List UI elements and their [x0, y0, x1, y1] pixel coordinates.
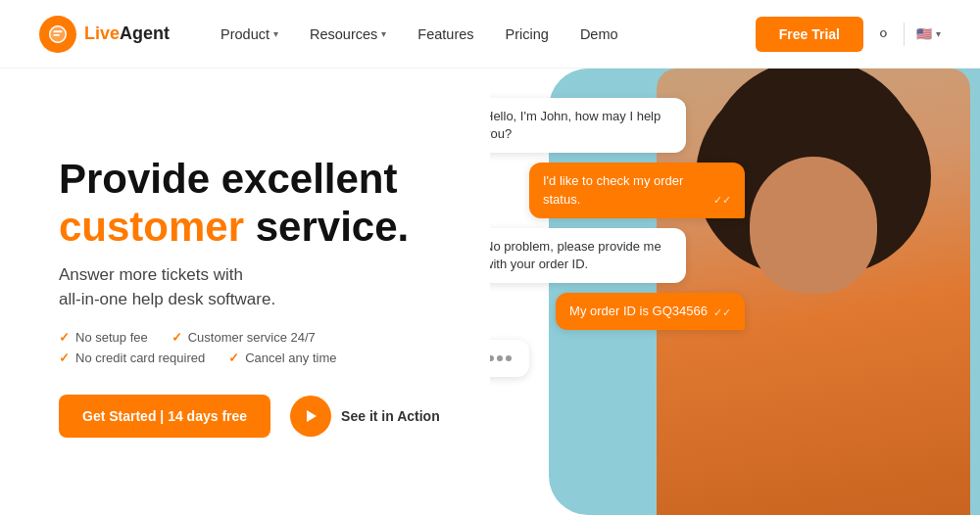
- bubble-text: Hello, I'm John, how may I help you?: [490, 98, 686, 153]
- language-selector[interactable]: 🇺🇸 ▾: [916, 26, 941, 41]
- typing-indicator: [490, 340, 529, 377]
- nav-divider: [904, 23, 905, 46]
- hero-left: Provide excellent customer service. Answ…: [0, 69, 490, 515]
- feature-no-setup: ✓ No setup fee: [59, 330, 148, 345]
- see-action-button[interactable]: See it in Action: [290, 396, 440, 437]
- hero-headline: Provide excellent customer service.: [59, 156, 451, 251]
- hero-right: Hello, I'm John, how may I help you? I'd…: [490, 69, 980, 515]
- chat-message-3: No problem, please provide me with your …: [490, 228, 745, 283]
- user-icon[interactable]: ⚬: [875, 23, 892, 46]
- svg-marker-2: [307, 410, 317, 422]
- bubble-text-orange-2: My order ID is GQ34566 ✓✓: [556, 293, 745, 330]
- read-check-icon: ✓✓: [713, 193, 731, 208]
- flag-icon: 🇺🇸: [916, 26, 932, 41]
- chat-message-1: Hello, I'm John, how may I help you?: [490, 98, 745, 153]
- hero-subheadline: Answer more tickets withall-in-one help …: [59, 262, 451, 312]
- chat-message-4: My order ID is GQ34566 ✓✓: [490, 293, 745, 330]
- bubble-text-orange: I'd like to check my order status. ✓✓: [529, 163, 745, 217]
- logo-icon: [39, 16, 76, 53]
- cta-row: Get Started | 14 days free See it in Act…: [59, 395, 451, 438]
- bubble-text-2: No problem, please provide me with your …: [490, 228, 686, 283]
- main-nav: Product ▾ Resources ▾ Features Pricing D…: [209, 19, 756, 50]
- nav-demo[interactable]: Demo: [568, 19, 630, 50]
- see-action-label: See it in Action: [341, 408, 440, 424]
- get-started-button[interactable]: Get Started | 14 days free: [59, 395, 270, 438]
- typing-dots: [490, 351, 514, 365]
- chat-typing: [490, 340, 745, 377]
- logo-text: LiveAgent: [84, 23, 170, 44]
- nav-product[interactable]: Product ▾: [209, 19, 290, 50]
- feature-list: ✓ No setup fee ✓ Customer service 24/7 ✓…: [59, 330, 451, 371]
- chevron-down-icon: ▾: [381, 28, 386, 39]
- chevron-down-icon: ▾: [936, 28, 941, 39]
- nav-resources[interactable]: Resources ▾: [298, 19, 398, 50]
- chat-overlay: Hello, I'm John, how may I help you? I'd…: [490, 98, 745, 377]
- chevron-down-icon: ▾: [273, 28, 278, 39]
- play-icon: [290, 396, 331, 437]
- nav-pricing[interactable]: Pricing: [494, 19, 561, 50]
- read-check-icon-2: ✓✓: [713, 305, 731, 320]
- logo[interactable]: LiveAgent: [39, 16, 170, 53]
- feature-customer-service: ✓ Customer service 24/7: [172, 330, 316, 345]
- feature-no-credit-card: ✓ No credit card required: [59, 351, 205, 365]
- nav-actions: Free Trial ⚬ 🇺🇸 ▾: [756, 17, 941, 52]
- nav-features[interactable]: Features: [406, 19, 485, 50]
- free-trial-button[interactable]: Free Trial: [756, 17, 863, 52]
- chat-message-2: I'd like to check my order status. ✓✓: [490, 163, 745, 217]
- feature-cancel: ✓ Cancel any time: [228, 351, 336, 365]
